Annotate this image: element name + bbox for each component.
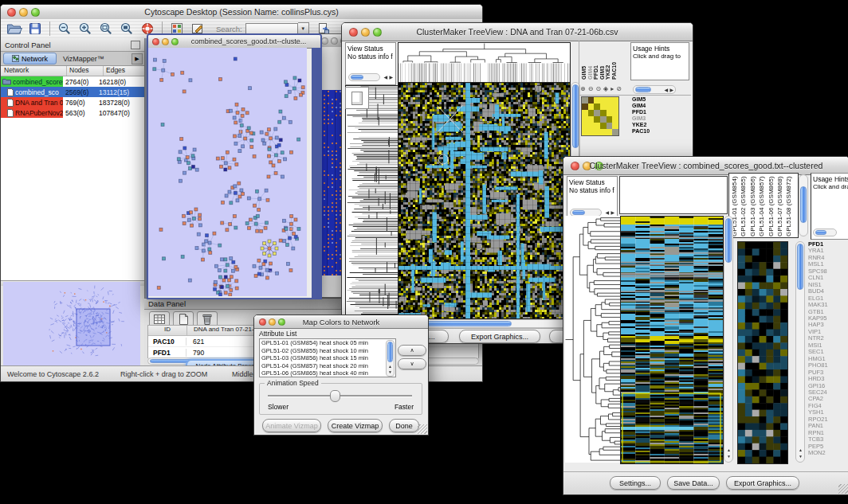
tab-overflow-button[interactable]: ▶ bbox=[132, 53, 143, 64]
tv2-heat-vscrollbar[interactable]: ▲ ▼ bbox=[724, 216, 733, 463]
scrollbar-thumb[interactable] bbox=[387, 342, 393, 362]
zoom-control-icon[interactable]: ⊘ bbox=[616, 86, 622, 92]
matrix-cell[interactable] bbox=[588, 104, 595, 110]
gene-label[interactable]: MON2 bbox=[808, 450, 848, 456]
matrix-cell[interactable] bbox=[612, 123, 618, 129]
matrix-cell[interactable] bbox=[594, 97, 600, 104]
open-folder-icon[interactable] bbox=[5, 21, 24, 37]
scrollbar-thumb[interactable] bbox=[351, 75, 363, 80]
zoom-control-icon[interactable]: ▸ bbox=[610, 86, 614, 92]
matrix-cell[interactable] bbox=[588, 116, 595, 123]
export-graphics-button[interactable]: Export Graphics... bbox=[459, 330, 540, 343]
scroll-right-icon[interactable]: ▶ bbox=[610, 210, 614, 215]
matrix-cell[interactable] bbox=[612, 97, 618, 104]
col-header-edges[interactable]: Edges bbox=[104, 66, 125, 76]
tv1-heatmap[interactable] bbox=[398, 82, 571, 319]
attribute-list-item[interactable]: GPL51-02 (GSM855) heat shock 10 min bbox=[260, 347, 395, 355]
matrix-cell[interactable] bbox=[594, 116, 600, 123]
move-up-button[interactable]: ∧ bbox=[398, 345, 426, 356]
network-list-row[interactable]: combined_sco2569(6)13112(15) bbox=[1, 87, 144, 97]
matrix-cell[interactable] bbox=[607, 129, 613, 135]
dp-col-id[interactable]: ID bbox=[148, 326, 187, 335]
scrollbar-thumb[interactable] bbox=[797, 244, 803, 290]
usage-hints-scrollbar[interactable] bbox=[813, 229, 837, 236]
float-panel-icon[interactable] bbox=[131, 41, 140, 49]
matrix-cell[interactable] bbox=[582, 97, 588, 104]
save-data-button[interactable]: Save Data... bbox=[667, 476, 720, 490]
speed-slider-thumb[interactable] bbox=[330, 390, 340, 402]
matrix-cell[interactable] bbox=[582, 123, 588, 129]
scrollbar-thumb[interactable] bbox=[725, 218, 732, 263]
matrix-cell[interactable] bbox=[582, 104, 588, 110]
scroll-down-icon[interactable]: ▼ bbox=[388, 370, 392, 374]
zoom-out-icon[interactable] bbox=[55, 21, 74, 37]
tv2-row-dendrogram[interactable] bbox=[565, 216, 620, 463]
matrix-cell[interactable] bbox=[594, 104, 600, 110]
zoom-control-icon[interactable]: ⊖ bbox=[588, 86, 594, 92]
zoom-selected-icon[interactable] bbox=[117, 21, 136, 37]
matrix-cell[interactable] bbox=[588, 97, 595, 104]
matrix-cell[interactable] bbox=[600, 116, 607, 123]
tv2-gene-scrollbar[interactable]: ▲ ▼ bbox=[795, 241, 805, 463]
col-header-network[interactable]: Network bbox=[1, 66, 67, 76]
matrix-cell[interactable] bbox=[582, 129, 588, 135]
resize-grip[interactable] bbox=[418, 424, 427, 434]
matrix-cell[interactable] bbox=[600, 97, 607, 104]
scrollbar-thumb[interactable] bbox=[815, 230, 826, 235]
scrollbar-thumb[interactable] bbox=[800, 186, 807, 223]
zoom-control-icon[interactable]: ⊕ bbox=[580, 86, 586, 92]
tv1-column-dendrogram[interactable] bbox=[398, 42, 571, 84]
scroll-left-icon[interactable]: ◀ bbox=[605, 210, 609, 215]
done-button[interactable]: Done bbox=[389, 419, 419, 432]
tab-network[interactable]: Network bbox=[3, 53, 57, 64]
attribute-list-item[interactable]: GPL51-03 (GSM856) heat shock 15 min bbox=[260, 354, 395, 362]
zoom-control-icon[interactable]: ⊙ bbox=[595, 86, 601, 92]
scrollbar-thumb[interactable] bbox=[572, 210, 585, 215]
matrix-cell[interactable] bbox=[582, 116, 588, 123]
tv1-row-dendrogram[interactable] bbox=[345, 85, 398, 319]
matrix-cell[interactable] bbox=[607, 116, 613, 123]
settings-button[interactable]: Settings... bbox=[610, 476, 661, 490]
attribute-list-item[interactable]: GPL51-01 (GSM854) heat shock 05 min bbox=[260, 339, 395, 347]
resize-grip[interactable] bbox=[838, 484, 848, 494]
matrix-cell[interactable] bbox=[600, 110, 607, 116]
scroll-up-icon[interactable]: ▲ bbox=[799, 448, 803, 452]
minimize-icon[interactable] bbox=[162, 38, 169, 45]
scroll-down-icon[interactable]: ▼ bbox=[799, 455, 803, 459]
animate-vizmap-button[interactable]: Animate Vizmap bbox=[262, 419, 321, 432]
attribute-list-item[interactable]: GPL51-07 (GSM868) heat shock 60 min bbox=[260, 377, 395, 378]
attribute-list-item[interactable]: GPL51-06 (GSM865) heat shock 40 min bbox=[260, 369, 395, 377]
close-icon[interactable] bbox=[321, 37, 328, 45]
matrix-cell[interactable] bbox=[582, 110, 588, 116]
matrix-cell[interactable] bbox=[607, 104, 613, 110]
scroll-down-icon[interactable]: ▼ bbox=[727, 455, 731, 459]
matrix-cell[interactable] bbox=[594, 110, 600, 116]
tv2-label-scrollbar[interactable] bbox=[799, 174, 808, 236]
scroll-up-icon[interactable]: ▲ bbox=[727, 448, 731, 452]
main-titlebar[interactable]: Cytoscape Desktop (Session Name: collins… bbox=[1, 5, 482, 20]
matrix-cell[interactable] bbox=[600, 123, 607, 129]
matrix-cell[interactable] bbox=[612, 129, 618, 135]
matrix-cell[interactable] bbox=[612, 110, 618, 116]
matrix-cell[interactable] bbox=[600, 104, 607, 110]
matrix-cell[interactable] bbox=[588, 110, 595, 116]
create-vizmap-button[interactable]: Create Vizmap bbox=[328, 419, 383, 432]
tab-vizmapper[interactable]: VizMapper™ bbox=[63, 55, 104, 63]
network-canvas[interactable] bbox=[148, 48, 307, 296]
col-header-nodes[interactable]: Nodes bbox=[67, 66, 104, 76]
view-status-scrollbar[interactable] bbox=[348, 73, 380, 81]
tv2-zoom-heatmap[interactable] bbox=[737, 241, 788, 464]
minimize-icon[interactable] bbox=[331, 37, 338, 45]
network-list-row[interactable]: RNAPuberNov2+I563(0)107847(0) bbox=[1, 107, 144, 118]
tv1-zoom-matrix[interactable] bbox=[581, 96, 619, 136]
scroll-left-icon[interactable]: ◀ bbox=[383, 75, 387, 80]
zoom-fit-icon[interactable] bbox=[96, 21, 116, 37]
network-overview-thumbnail[interactable] bbox=[3, 282, 140, 366]
tv1-zoom-hscrollbar[interactable]: ◀ ▶ bbox=[633, 85, 676, 94]
matrix-cell[interactable] bbox=[594, 123, 600, 129]
matrix-cell[interactable] bbox=[612, 116, 618, 123]
scrollbar-thumb[interactable] bbox=[572, 84, 579, 148]
scroll-up-icon[interactable]: ▲ bbox=[388, 365, 392, 369]
close-icon[interactable] bbox=[152, 38, 159, 45]
tv2-column-dendrogram[interactable] bbox=[619, 176, 728, 214]
